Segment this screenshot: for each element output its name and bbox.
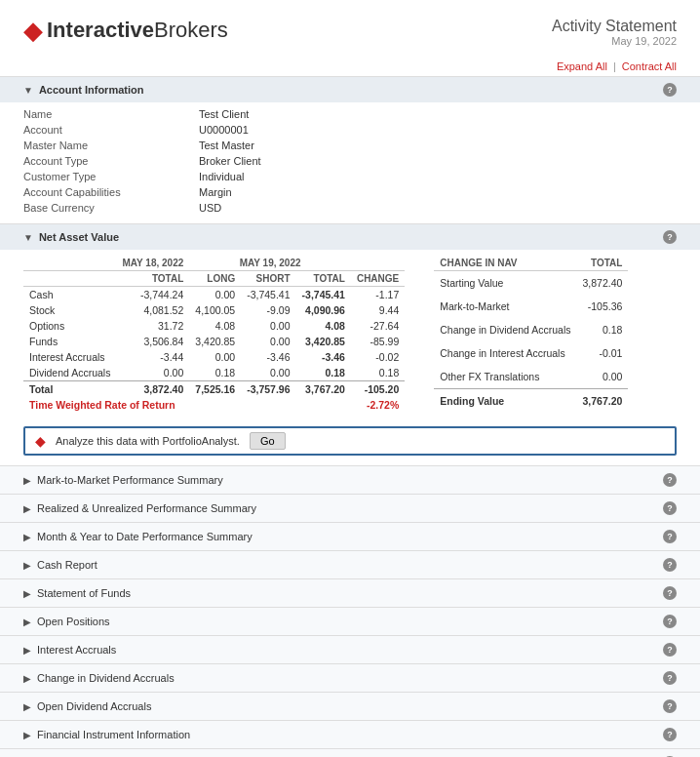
nav-section: ▼ Net Asset Value ? MAY 18, 2022 MAY 19,… — [0, 224, 700, 466]
section-change-dividend-label: Change in Dividend Accruals — [37, 672, 175, 684]
nav-asset-label: Cash — [23, 287, 116, 303]
section-open-positions[interactable]: ▶ Open Positions ? — [0, 608, 700, 636]
nav-total2: 0.18 — [296, 365, 351, 381]
table-row: Change in Interest Accruals -0.01 — [434, 341, 628, 365]
nav-col-asset — [23, 256, 116, 271]
section-open-positions-help-icon[interactable]: ? — [663, 615, 677, 628]
account-info-label-mastername: Master Name — [23, 139, 199, 151]
account-info-row: Account Type Broker Client — [23, 153, 677, 169]
nav-asset-label: Options — [23, 318, 116, 334]
nav-total-label: Total — [23, 381, 116, 398]
section-realized-help-icon[interactable]: ? — [663, 501, 677, 515]
nav-total1: 4,081.52 — [116, 302, 189, 318]
nav-section-header[interactable]: ▼ Net Asset Value ? — [0, 224, 700, 250]
nav-total2: 3,420.85 — [296, 334, 351, 349]
section-realized-label: Realized & Unrealized Performance Summar… — [37, 502, 256, 514]
toolbar: Expand All | Contract All — [0, 57, 700, 77]
section-open-dividend-chevron-icon: ▶ — [23, 701, 31, 712]
section-base-currency-exchange[interactable]: ▶ Base Currency Exchange Rate ? — [0, 749, 700, 757]
section-change-dividend-help-icon[interactable]: ? — [663, 671, 677, 685]
nav-total-change: -105.20 — [351, 381, 405, 398]
nav-total2: -3,745.41 — [296, 287, 351, 303]
account-info-title: Account Information — [39, 84, 144, 96]
section-month-year-to-date[interactable]: ▶ Month & Year to Date Performance Summa… — [0, 523, 700, 551]
nav-total2: 4.08 — [296, 318, 351, 334]
nav-twrr-label: Time Weighted Rate of Return — [23, 397, 296, 413]
nav-short: -9.09 — [241, 302, 295, 318]
section-statement-funds-label: Statement of Funds — [37, 587, 131, 599]
section-open-positions-label: Open Positions — [37, 616, 110, 627]
nav-long: 4.08 — [189, 318, 241, 334]
nav-total1: 0.00 — [116, 365, 189, 381]
nav-section-header-left: ▼ Net Asset Value — [23, 231, 119, 243]
account-info-header-left: ▼ Account Information — [23, 84, 143, 96]
section-cash-report-label: Cash Report — [37, 559, 97, 571]
collapsed-sections-container: ▶ Mark-to-Market Performance Summary ? ▶… — [0, 466, 700, 757]
page-header: ◆ InteractiveBrokers Activity Statement … — [0, 0, 700, 57]
nav-short: -3,745.41 — [241, 287, 295, 303]
nav-total1: -3,744.24 — [116, 287, 189, 303]
section-realized-unrealized[interactable]: ▶ Realized & Unrealized Performance Summ… — [0, 495, 700, 523]
nav-short: 0.00 — [241, 334, 295, 349]
nav-long: 0.18 — [189, 365, 241, 381]
section-interest-accruals-chevron-icon: ▶ — [23, 645, 31, 656]
section-financial-instrument-help-icon[interactable]: ? — [663, 728, 677, 741]
account-info-label-name: Name — [23, 108, 199, 120]
nav-total1: 31.72 — [116, 318, 189, 334]
nav-change-label: Other FX Translations — [434, 365, 576, 389]
table-row: Funds 3,506.84 3,420.85 0.00 3,420.85 -8… — [23, 334, 405, 349]
section-statement-funds-left: ▶ Statement of Funds — [23, 587, 131, 599]
account-info-value-account: U0000001 — [199, 124, 249, 136]
nav-change-total-header: TOTAL — [577, 256, 629, 271]
expand-all-link[interactable]: Expand All — [557, 60, 607, 72]
section-interest-accruals-help-icon[interactable]: ? — [663, 643, 677, 657]
account-info-table: Name Test Client Account U0000001 Master… — [0, 102, 700, 223]
section-interest-accruals[interactable]: ▶ Interest Accruals ? — [0, 636, 700, 664]
nav-short: -3.46 — [241, 349, 295, 365]
contract-all-link[interactable]: Contract All — [622, 60, 677, 72]
section-open-positions-chevron-icon: ▶ — [23, 617, 31, 627]
table-row: Options 31.72 4.08 0.00 4.08 -27.64 — [23, 318, 405, 334]
nav-total-short: -3,757.96 — [241, 381, 295, 398]
section-change-dividend-accruals[interactable]: ▶ Change in Dividend Accruals ? — [0, 664, 700, 693]
section-financial-instrument-chevron-icon: ▶ — [23, 730, 31, 740]
table-row: Stock 4,081.52 4,100.05 -9.09 4,090.96 9… — [23, 302, 405, 318]
account-info-label-accounttype: Account Type — [23, 155, 199, 167]
section-cash-report-help-icon[interactable]: ? — [663, 558, 677, 572]
nav-change-ending-label: Ending Value — [434, 388, 576, 413]
section-statement-of-funds[interactable]: ▶ Statement of Funds ? — [0, 579, 700, 608]
logo-text: InteractiveBrokers — [47, 18, 228, 43]
account-info-label-capabilities: Account Capabilities — [23, 186, 199, 198]
section-cash-report-chevron-icon: ▶ — [23, 560, 31, 571]
nav-change-value: 0.18 — [577, 318, 629, 341]
nav-help-icon[interactable]: ? — [663, 230, 677, 244]
section-mark-to-market-help-icon[interactable]: ? — [663, 473, 677, 487]
section-interest-accruals-label: Interest Accruals — [37, 644, 116, 656]
section-open-dividend-help-icon[interactable]: ? — [663, 699, 677, 713]
nav-change-value: 3,872.40 — [577, 271, 629, 296]
section-month-year-help-icon[interactable]: ? — [663, 530, 677, 543]
section-statement-funds-help-icon[interactable]: ? — [663, 586, 677, 600]
table-row: Change in Dividend Accruals 0.18 — [434, 318, 628, 341]
statement-date: May 19, 2022 — [552, 35, 677, 47]
nav-long: 0.00 — [189, 287, 241, 303]
nav-asset-label: Dividend Accruals — [23, 365, 116, 381]
section-mark-to-market[interactable]: ▶ Mark-to-Market Performance Summary ? — [0, 466, 700, 495]
nav-long: 4,100.05 — [189, 302, 241, 318]
section-month-year-label: Month & Year to Date Performance Summary — [37, 531, 253, 542]
nav-change-label: Change in Interest Accruals — [434, 341, 576, 365]
section-cash-report[interactable]: ▶ Cash Report ? — [0, 551, 700, 579]
section-financial-instrument[interactable]: ▶ Financial Instrument Information ? — [0, 721, 700, 749]
table-row: Starting Value 3,872.40 — [434, 271, 628, 296]
portfolio-analyst-go-button[interactable]: Go — [250, 432, 286, 450]
account-info-help-icon[interactable]: ? — [663, 83, 677, 97]
account-info-row: Account U0000001 — [23, 122, 677, 138]
account-info-row: Master Name Test Master — [23, 138, 677, 153]
nav-short: 0.00 — [241, 318, 295, 334]
nav-change-ending-row: Ending Value 3,767.20 — [434, 388, 628, 413]
nav-change-label: Mark-to-Market — [434, 295, 576, 318]
section-open-dividend-accruals[interactable]: ▶ Open Dividend Accruals ? — [0, 693, 700, 721]
section-interest-accruals-left: ▶ Interest Accruals — [23, 644, 116, 656]
account-info-header[interactable]: ▼ Account Information ? — [0, 77, 700, 102]
statement-title: Activity Statement — [552, 18, 677, 35]
